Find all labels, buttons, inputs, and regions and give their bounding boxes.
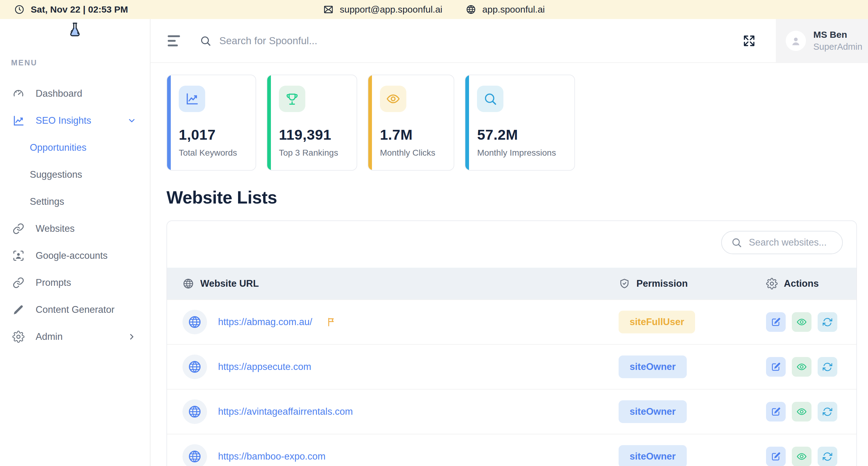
view-button[interactable] (792, 447, 811, 466)
link-icon (12, 276, 25, 289)
chevron-right-icon (127, 332, 136, 341)
chevron-down-icon (127, 116, 136, 125)
permission-badge: siteOwner (619, 400, 687, 423)
globe-icon (182, 278, 194, 290)
sidebar-item-suggestions[interactable]: Suggestions (0, 161, 150, 188)
edit-button[interactable] (766, 447, 786, 466)
global-search (199, 35, 742, 47)
stat-card-total-keywords: 1,017 Total Keywords (166, 75, 256, 171)
stat-card-monthly-impressions: 57.2M Monthly Impressions (465, 75, 575, 171)
stat-cards: 1,017 Total Keywords 119,391 Top 3 Ranki… (166, 75, 857, 171)
top-info-bar: Sat, Nov 22 | 02:53 PM support@app.spoon… (0, 0, 868, 19)
sync-button[interactable] (818, 312, 837, 332)
website-search (721, 231, 843, 254)
stat-card-monthly-clicks: 1.7M Monthly Clicks (368, 75, 454, 171)
globe-icon (466, 4, 476, 15)
sidebar-item-admin[interactable]: Admin (0, 323, 150, 350)
sidebar-item-label: Settings (30, 196, 64, 207)
table-row: https://abmag.com.au/ siteFullUser (167, 299, 856, 344)
stat-card-top3-rankings: 119,391 Top 3 Rankings (267, 75, 357, 171)
table-row: https://bamboo-expo.com siteOwner (167, 434, 856, 466)
column-label: Website URL (200, 278, 259, 289)
global-search-input[interactable] (219, 35, 434, 47)
search-icon (199, 35, 211, 47)
menu-toggle-button[interactable] (168, 35, 180, 46)
link-icon (12, 223, 25, 235)
website-search-input[interactable] (749, 237, 833, 248)
sidebar-item-label: Admin (36, 331, 63, 342)
sidebar-item-label: Content Generator (36, 304, 115, 315)
search-icon (731, 237, 742, 248)
site-domain[interactable]: app.spoonful.ai (466, 4, 545, 15)
sidebar: MENU Dashboard SEO Insights Opportunitie… (0, 19, 151, 466)
sidebar-item-label: Websites (36, 223, 75, 234)
sidebar-item-label: Prompts (36, 277, 71, 288)
user-role: SuperAdmin (813, 42, 863, 52)
app-header: MS Ben SuperAdmin (151, 19, 868, 63)
gear-icon (12, 331, 25, 343)
page-content: 1,017 Total Keywords 119,391 Top 3 Ranki… (151, 63, 868, 466)
datetime-text: Sat, Nov 22 | 02:53 PM (31, 4, 128, 15)
sync-button[interactable] (818, 402, 837, 422)
user-frame-icon (12, 249, 25, 262)
sidebar-item-label: Google-accounts (36, 250, 107, 261)
website-url-link[interactable]: https://abmag.com.au/ (218, 317, 312, 328)
flag-icon[interactable] (326, 317, 336, 327)
edit-button[interactable] (766, 312, 786, 332)
website-url-link[interactable]: https://appsecute.com (218, 361, 311, 372)
view-button[interactable] (792, 357, 811, 377)
flask-logo-icon (67, 22, 83, 38)
eye-icon (380, 86, 406, 112)
permission-badge: siteOwner (619, 356, 687, 378)
stat-value: 1,017 (179, 126, 237, 143)
sidebar-item-content-generator[interactable]: Content Generator (0, 296, 150, 323)
sync-button[interactable] (818, 447, 837, 466)
sidebar-item-opportunities[interactable]: Opportunities (0, 134, 150, 161)
stat-value: 119,391 (279, 126, 338, 143)
person-icon (790, 35, 802, 47)
edit-button[interactable] (766, 402, 786, 422)
stat-value: 57.2M (477, 126, 556, 143)
app-logo[interactable] (0, 22, 150, 38)
edit-button[interactable] (766, 357, 786, 377)
view-button[interactable] (792, 312, 811, 332)
sidebar-item-websites[interactable]: Websites (0, 215, 150, 242)
globe-icon (182, 399, 207, 424)
stat-label: Top 3 Rankings (279, 148, 338, 158)
table-header-row: Website URL Permission Actions (167, 268, 856, 299)
chart-line-icon (179, 86, 205, 112)
sidebar-item-label: Dashboard (36, 88, 82, 99)
sidebar-item-dashboard[interactable]: Dashboard (0, 80, 150, 107)
column-label: Actions (784, 278, 819, 289)
globe-icon (182, 310, 207, 334)
sidebar-item-label: SEO Insights (36, 115, 91, 126)
fullscreen-icon[interactable] (742, 34, 756, 48)
sidebar-item-prompts[interactable]: Prompts (0, 269, 150, 296)
shield-check-icon (619, 278, 630, 290)
permission-badge: siteFullUser (619, 311, 695, 333)
permission-badge: siteOwner (619, 445, 687, 466)
website-table-card: Website URL Permission Actions (166, 221, 857, 466)
site-domain-text: app.spoonful.ai (482, 4, 545, 15)
user-name: MS Ben (813, 30, 863, 40)
view-button[interactable] (792, 402, 811, 422)
user-menu[interactable]: MS Ben SuperAdmin (776, 19, 868, 63)
column-header-website-url: Website URL (182, 278, 619, 290)
stat-label: Monthly Impressions (477, 148, 556, 158)
stat-value: 1.7M (380, 126, 435, 143)
stat-label: Total Keywords (179, 148, 237, 158)
sidebar-item-seo-insights[interactable]: SEO Insights (0, 107, 150, 134)
table-row: https://avintageaffairrentals.com siteOw… (167, 389, 856, 434)
sidebar-item-google-accounts[interactable]: Google-accounts (0, 242, 150, 269)
sidebar-item-settings[interactable]: Settings (0, 188, 150, 215)
trophy-icon (279, 86, 305, 112)
table-row: https://appsecute.com siteOwner (167, 344, 856, 389)
sync-button[interactable] (818, 357, 837, 377)
website-url-link[interactable]: https://bamboo-expo.com (218, 451, 326, 462)
support-email-text: support@app.spoonful.ai (340, 4, 442, 15)
support-email[interactable]: support@app.spoonful.ai (323, 4, 442, 15)
datetime-group: Sat, Nov 22 | 02:53 PM (14, 4, 128, 15)
website-url-link[interactable]: https://avintageaffairrentals.com (218, 406, 353, 417)
gear-icon (766, 278, 778, 290)
globe-icon (182, 444, 207, 466)
